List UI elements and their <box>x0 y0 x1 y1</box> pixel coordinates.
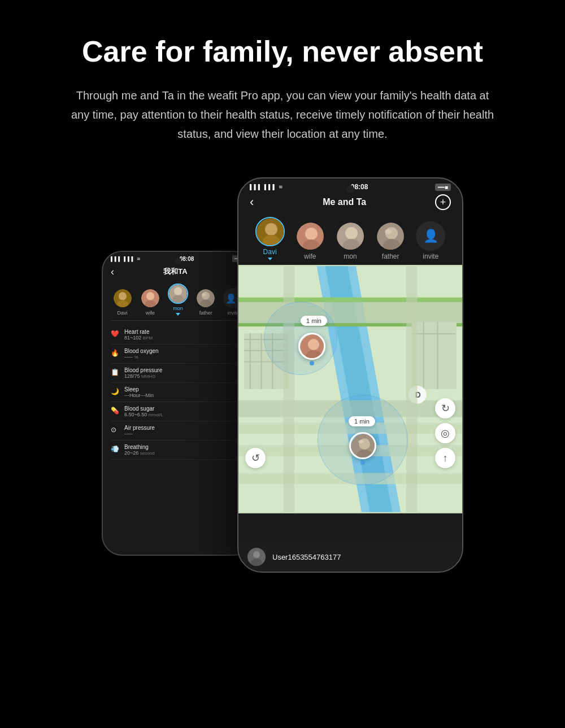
svg-point-4 <box>146 293 154 300</box>
air-pressure-value: ----- <box>124 431 155 437</box>
location-face-2 <box>351 434 376 459</box>
svg-rect-43 <box>412 333 455 334</box>
sleep-icon: 🌙 <box>111 387 120 396</box>
active-indicator <box>176 313 180 316</box>
hero-description: Through me and Ta in the weafit Pro app,… <box>68 86 497 143</box>
signal-icons: ▌▌▌ ▌▌▌ ≋ <box>111 256 141 261</box>
large-avatar-wife <box>295 221 325 251</box>
sleep-label: Sleep <box>124 386 154 393</box>
svg-point-17 <box>305 228 318 240</box>
phones-container: ▌▌▌ ▌▌▌ ≋ 08:08 ━━■ ‹ 我和TA ⊕ D <box>0 155 565 607</box>
refresh-button[interactable]: ↻ <box>435 398 455 419</box>
avatar-item-davi[interactable]: Davi <box>112 288 133 316</box>
avatar-item-wife[interactable]: wife <box>140 288 160 316</box>
navigate-button[interactable]: ↑ <box>435 448 455 468</box>
phone-small-notch <box>175 258 181 264</box>
phone-small: ▌▌▌ ▌▌▌ ≋ 08:08 ━━■ ‹ 我和TA ⊕ D <box>102 251 254 556</box>
health-item-sleep: 🌙 Sleep ---Hour---Min <box>111 383 245 402</box>
blood-pressure-label: Blood pressure <box>124 367 162 373</box>
large-signal-icons: ▌▌▌ ▌▌▌ ≋ <box>250 184 284 190</box>
large-avatar-item-father[interactable]: father <box>376 221 405 260</box>
large-avatar-item-invite[interactable]: 👤 invite <box>416 221 445 260</box>
bottom-user-avatar <box>247 548 266 566</box>
svg-point-25 <box>385 229 392 234</box>
location-face-1 <box>300 334 325 360</box>
breathing-label: Breathing <box>124 444 155 450</box>
large-face-mon <box>337 223 365 251</box>
svg-point-57 <box>359 438 370 450</box>
avatar-label-davi: Davi <box>118 310 128 316</box>
status-time: 08:08 <box>180 256 194 262</box>
large-add-button[interactable]: + <box>435 194 451 210</box>
avatar-face-davi <box>114 289 132 307</box>
health-text-blood-pressure: Blood pressure 128/75 MMHG <box>124 367 162 379</box>
hero-section: Care for family, never absent Through me… <box>0 0 565 155</box>
large-face-wife <box>297 223 325 251</box>
blood-pressure-icon: 📋 <box>111 368 120 377</box>
avatar-face-father <box>197 289 215 307</box>
large-nav-title: Me and Ta <box>323 197 366 207</box>
location-dot-2 <box>360 460 365 465</box>
location-bubble-2 <box>349 432 376 465</box>
large-avatar-item-mon[interactable]: mon <box>336 221 365 260</box>
avatar-label-father-small: father <box>199 310 212 316</box>
time-label-2: 1 min <box>349 416 375 426</box>
avatar-face-wife <box>141 289 159 307</box>
bottom-bar: User1653554763177 <box>238 542 462 572</box>
phone-large: ▌▌▌ ▌▌▌ ≋ 08:08 ━━■ ‹ Me and Ta + <box>237 177 463 573</box>
sleep-value: ---Hour---Min <box>124 393 154 398</box>
health-text-breathing: Breathing 20~26 second <box>124 444 155 456</box>
avatar-label-mon: mon <box>173 306 183 311</box>
avatar-face-mon <box>169 285 187 303</box>
nav-title: 我和TA <box>163 267 187 277</box>
hero-title: Care for family, never absent <box>45 34 520 69</box>
svg-rect-42 <box>412 322 457 390</box>
health-text-air-pressure: Air pressure ----- <box>124 425 155 437</box>
health-item-blood-oxygen: 🔥 Blood oxygen ----- % <box>111 345 245 364</box>
air-pressure-label: Air pressure <box>124 425 155 431</box>
health-list: ❤️ Heart rate 81~102 BPM 🔥 Blood oxygen … <box>103 323 253 462</box>
heart-rate-icon: ❤️ <box>111 330 120 339</box>
health-text-heart-rate: Heart rate 81~102 BPM <box>124 329 153 341</box>
large-battery-icon: ━━■ <box>435 184 451 191</box>
svg-rect-52 <box>406 267 418 513</box>
phone-large-notch <box>346 185 354 193</box>
locate-button[interactable]: ◎ <box>435 423 455 443</box>
phone-small-nav: ‹ 我和TA ⊕ <box>103 263 253 280</box>
large-avatar-invite: 👤 <box>416 221 445 251</box>
divider <box>111 320 245 321</box>
signal-bars: ▌▌▌ ▌▌▌ ≋ <box>111 256 141 261</box>
svg-rect-44 <box>423 322 424 390</box>
breathing-value: 20~26 second <box>124 450 155 456</box>
air-pressure-icon: ⊙ <box>111 426 120 435</box>
health-text-blood-sugar: Blood sugar 6.50~6.50 mmol/L <box>124 406 163 417</box>
large-avatar-item-davi[interactable]: Davi <box>255 217 285 260</box>
avatars-row-small: Davi wife <box>103 280 253 318</box>
location-dot-1 <box>310 361 314 365</box>
large-back-button[interactable]: ‹ <box>250 195 254 210</box>
blood-pressure-value: 128/75 MMHG <box>124 373 162 379</box>
large-avatar-davi <box>255 217 285 246</box>
large-avatar-label-davi: Davi <box>263 248 277 256</box>
blood-oxygen-icon: 🔥 <box>111 349 120 358</box>
heart-rate-value: 81~102 BPM <box>124 335 153 341</box>
health-text-blood-oxygen: Blood oxygen ----- % <box>124 348 159 360</box>
large-avatar-mon <box>336 221 365 251</box>
avatar-item-mon[interactable]: mon <box>168 284 188 316</box>
location-avatar-2 <box>349 432 376 459</box>
svg-point-12 <box>202 294 206 297</box>
avatar-father <box>195 288 216 308</box>
blood-sugar-label: Blood sugar <box>124 406 163 412</box>
breathing-icon: 💨 <box>111 445 120 454</box>
svg-point-54 <box>308 339 319 350</box>
large-avatar-father <box>376 221 405 251</box>
avatar-item-father[interactable]: father <box>195 288 216 316</box>
large-active-indicator <box>268 258 272 260</box>
map-area: D 1 min <box>238 265 462 513</box>
large-avatar-label-invite: invite <box>423 252 438 260</box>
health-item-heart-rate: ❤️ Heart rate 81~102 BPM <box>111 325 245 345</box>
svg-rect-45 <box>437 322 438 390</box>
back-button[interactable]: ‹ <box>111 266 114 278</box>
svg-point-14 <box>265 223 277 236</box>
large-avatar-item-wife[interactable]: wife <box>295 221 325 260</box>
